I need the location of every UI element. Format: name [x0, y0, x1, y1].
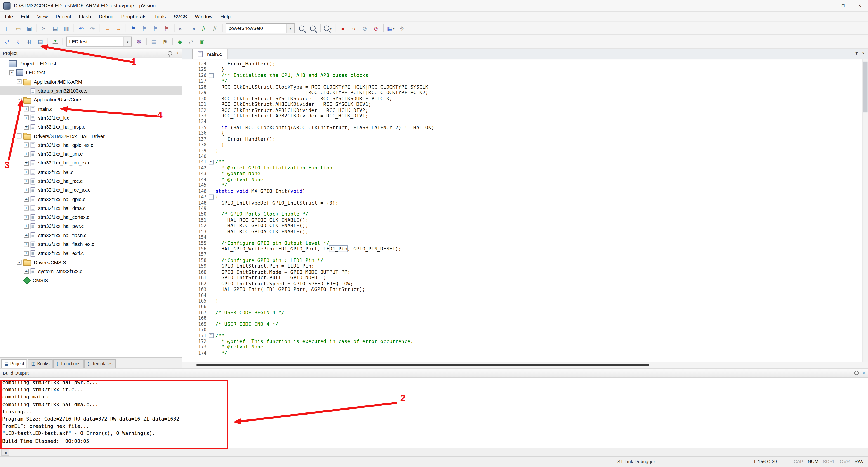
expand-icon[interactable]: + [24, 107, 29, 112]
navigate-back-button[interactable]: ← [102, 23, 112, 33]
collapse-icon[interactable]: - [17, 97, 22, 103]
tree-item-stm32f1xx-it-c[interactable]: +stm32f1xx_it.c [0, 114, 182, 123]
chevron-down-icon[interactable]: ▾ [286, 24, 294, 33]
new-file-button[interactable]: ▯ [2, 23, 12, 33]
expand-icon[interactable]: + [24, 242, 29, 247]
tree-item-stm32f1xx-hal-pwr-c[interactable]: +stm32f1xx_hal_pwr.c [0, 222, 182, 231]
expand-icon[interactable]: + [24, 197, 29, 202]
find-in-files-button[interactable] [297, 23, 307, 33]
disable-all-breakpoints-button[interactable]: ⊘ [360, 23, 370, 33]
menu-window[interactable]: Window [191, 13, 217, 20]
fold-collapse-icon[interactable]: - [209, 160, 213, 165]
manage-project-items-button[interactable]: ⚑ [160, 37, 170, 47]
expand-icon[interactable]: + [24, 206, 29, 211]
configure-button[interactable]: ⚙ [397, 23, 407, 33]
collapse-icon[interactable]: - [17, 260, 22, 265]
expand-icon[interactable]: + [24, 143, 29, 148]
close-panel-icon[interactable]: × [862, 370, 865, 376]
tab-list-dropdown-icon[interactable]: ▾ [855, 51, 858, 56]
build-button[interactable]: ⇓ [13, 37, 23, 47]
tree-item-application-user-core[interactable]: -Application/User/Core [0, 95, 182, 105]
manage-rte-button[interactable]: ◆ [175, 37, 185, 47]
expand-icon[interactable]: + [24, 233, 29, 238]
rebuild-all-button[interactable]: ⇊ [24, 37, 34, 47]
tree-item-startup-stm32f103xe-s[interactable]: startup_stm32f103xe.s [0, 86, 182, 95]
expand-icon[interactable]: + [24, 115, 29, 120]
tree-item-stm32f1xx-hal-tim-ex-c[interactable]: +stm32f1xx_hal_tim_ex.c [0, 158, 182, 168]
tree-item-stm32f1xx-hal-tim-c[interactable]: +stm32f1xx_hal_tim.c [0, 150, 182, 158]
tree-item-stm32f1xx-hal-flash-c[interactable]: +stm32f1xx_hal_flash.c [0, 231, 182, 240]
find-button[interactable] [308, 23, 318, 33]
tree-item-stm32f1xx-hal-gpio-c[interactable]: +stm32f1xx_hal_gpio.c [0, 195, 182, 204]
maximize-button[interactable]: □ [835, 0, 851, 11]
menu-view[interactable]: View [33, 13, 52, 20]
cut-button[interactable]: ✂ [39, 23, 49, 33]
tree-item-drivers-cmsis[interactable]: -Drivers/CMSIS [0, 258, 182, 267]
expand-icon[interactable]: + [24, 124, 29, 129]
scrollbar-thumb[interactable] [863, 62, 868, 113]
tree-item-main-c[interactable]: +main.c [0, 105, 182, 114]
scrollbar-thumb[interactable] [196, 364, 649, 366]
scroll-left-icon[interactable]: ◀ [1, 448, 9, 456]
bookmark-toggle-button[interactable]: ⚑ [128, 23, 138, 33]
bookmark-next-button[interactable]: ⚑ [151, 23, 160, 33]
expand-icon[interactable]: + [24, 224, 29, 229]
tree-item-cmsis[interactable]: CMSIS [0, 276, 182, 285]
minimize-button[interactable]: — [818, 0, 835, 11]
expand-icon[interactable]: + [24, 179, 29, 184]
menu-peripherals[interactable]: Peripherals [117, 13, 150, 20]
expand-icon[interactable]: + [24, 170, 29, 175]
tree-item-application-mdk-arm[interactable]: -Application/MDK-ARM [0, 77, 182, 86]
navigate-forward-button[interactable]: → [114, 23, 123, 33]
indent-right-button[interactable]: ⇥ [188, 23, 197, 33]
editor-horizontal-scrollbar[interactable] [182, 362, 868, 368]
tree-item-led-test[interactable]: -LED-test [0, 68, 182, 77]
redo-button[interactable]: ↷ [88, 23, 97, 33]
editor-vertical-scrollbar[interactable] [862, 59, 868, 362]
batch-build-button[interactable]: ▤ [35, 37, 45, 47]
tree-item-system-stm32f1xx-c[interactable]: +system_stm32f1xx.c [0, 267, 182, 276]
options-for-target-button[interactable]: ✽ [134, 37, 144, 47]
collapse-icon[interactable]: - [17, 80, 22, 84]
panel-tab-project[interactable]: ▤Project [1, 359, 27, 368]
select-packs-button[interactable]: ⇄ [186, 37, 196, 47]
enable-breakpoint-button[interactable]: ○ [349, 23, 359, 33]
copy-button[interactable]: ▤ [51, 23, 60, 33]
expand-icon[interactable]: + [24, 269, 29, 274]
save-button[interactable]: ▣ [24, 23, 34, 33]
tree-item-stm32f1xx-hal-dma-c[interactable]: +stm32f1xx_hal_dma.c [0, 204, 182, 213]
pack-installer-button[interactable]: ▣ [197, 37, 207, 47]
uncomment-selection-button[interactable]: // [210, 23, 220, 33]
code-content[interactable]: 124 Error_Handler();125 }126- /** Initia… [182, 59, 862, 362]
expand-icon[interactable]: + [24, 215, 29, 220]
menu-tools[interactable]: Tools [150, 13, 170, 20]
undo-button[interactable]: ↶ [76, 23, 86, 33]
tree-item-stm32f1xx-hal-msp-c[interactable]: +stm32f1xx_hal_msp.c [0, 122, 182, 132]
fold-collapse-icon[interactable]: - [209, 73, 213, 78]
paste-button[interactable]: ▥ [61, 23, 71, 33]
find-text-combobox[interactable]: powerShowSet0▾ [226, 23, 294, 33]
chevron-down-icon[interactable]: ▾ [330, 26, 332, 30]
close-panel-icon[interactable]: × [176, 51, 179, 56]
comment-selection-button[interactable]: // [199, 23, 209, 33]
tree-item-stm32f1xx-hal-cortex-c[interactable]: +stm32f1xx_hal_cortex.c [0, 213, 182, 222]
expand-icon[interactable]: + [24, 188, 29, 193]
chevron-down-icon[interactable]: ▾ [123, 37, 131, 46]
insert-breakpoint-button[interactable]: ● [338, 23, 348, 33]
tree-item-stm32f1xx-hal-rcc-c[interactable]: +stm32f1xx_hal_rcc.c [0, 177, 182, 186]
menu-project[interactable]: Project [52, 13, 75, 20]
kill-all-breakpoints-button[interactable]: ⊘ [371, 23, 381, 33]
indent-left-button[interactable]: ⇤ [177, 23, 186, 33]
zoom-button[interactable]: ▾ [323, 23, 333, 33]
panel-tab-functions[interactable]: {}Functions [53, 359, 84, 368]
expand-icon[interactable]: + [24, 251, 29, 256]
close-button[interactable]: × [851, 0, 868, 11]
tree-item-project-led-test[interactable]: Project: LED-test [0, 59, 182, 68]
close-editor-icon[interactable]: × [862, 51, 865, 56]
chevron-down-icon[interactable]: ▾ [393, 26, 395, 30]
tree-item-stm32f1xx-hal-rcc-ex-c[interactable]: +stm32f1xx_hal_rcc_ex.c [0, 186, 182, 195]
fold-collapse-icon[interactable]: - [209, 194, 213, 199]
pin-icon[interactable] [167, 51, 172, 55]
menu-debug[interactable]: Debug [95, 13, 117, 20]
pin-icon[interactable] [854, 371, 859, 375]
